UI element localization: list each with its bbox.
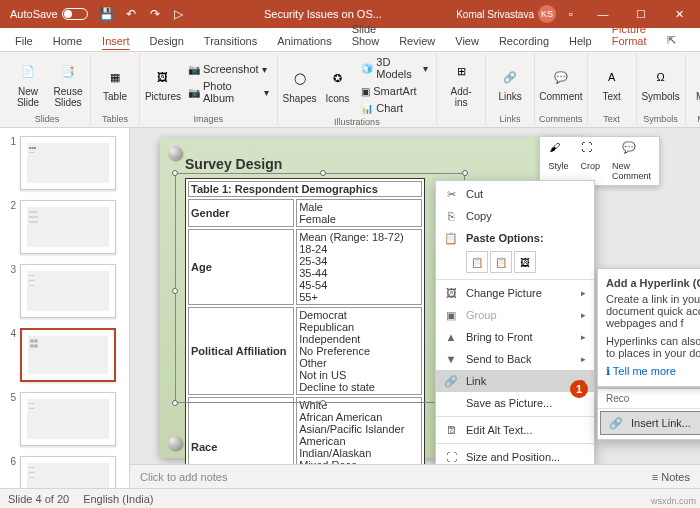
document-title: Security Issues on OS...	[190, 8, 456, 20]
group-addins: ⊞Add- ins	[437, 54, 486, 125]
submenu-header: Reco	[598, 391, 700, 406]
group-media: ▶Media Media	[686, 54, 700, 125]
slide-title: Survey Design	[185, 156, 465, 172]
tab-help[interactable]: Help	[560, 31, 601, 51]
photo-album-button[interactable]: 📷 Photo Album ▾	[184, 78, 273, 106]
cm-bring-front[interactable]: ▲Bring to Front▸	[436, 326, 594, 348]
send-back-icon: ▼	[444, 352, 458, 366]
alt-text-icon: 🖺	[444, 423, 458, 437]
new-slide-button[interactable]: 📄New Slide	[8, 55, 48, 113]
tab-recording[interactable]: Recording	[490, 31, 558, 51]
tab-home[interactable]: Home	[44, 31, 91, 51]
link-submenu: Reco 🔗Insert Link...	[597, 388, 700, 440]
crop-button[interactable]: ⛶Crop	[574, 139, 606, 183]
paste-option-1[interactable]: 📋	[466, 251, 488, 273]
tab-animations[interactable]: Animations	[268, 31, 340, 51]
ribbon: 📄New Slide 📑Reuse Slides Slides ▦Table T…	[0, 52, 700, 128]
mini-toolbar: 🖌Style ⛶Crop 💬New Comment	[539, 136, 660, 186]
context-menu: ✂Cut ⎘Copy 📋Paste Options: 📋 📋 🖼 🖼Change…	[435, 180, 595, 488]
media-button[interactable]: ▶Media	[690, 55, 700, 113]
comment-button[interactable]: 💬Comment	[541, 55, 581, 113]
group-symbols: ΩSymbols Symbols	[637, 54, 686, 125]
undo-icon[interactable]: ↶	[120, 3, 142, 25]
thumb-2[interactable]: ═════════	[20, 200, 116, 254]
group-tables: ▦Table Tables	[91, 54, 140, 125]
style-button[interactable]: 🖌Style	[542, 139, 574, 183]
cm-cut[interactable]: ✂Cut	[436, 183, 594, 205]
hyperlink-tooltip: Add a Hyperlink (Ctrl+K) Create a link i…	[597, 268, 700, 387]
thumb-6[interactable]: ──────	[20, 456, 116, 488]
cm-insert-link[interactable]: 🔗Insert Link...	[600, 411, 700, 435]
cm-group: ▣Group▸	[436, 304, 594, 326]
thumb-3[interactable]: ──────	[20, 264, 116, 318]
thumb-1[interactable]: ■■■──	[20, 136, 116, 190]
user-name: Komal Srivastava	[456, 9, 534, 20]
slide-counter[interactable]: Slide 4 of 20	[8, 493, 69, 505]
addins-button[interactable]: ⊞Add- ins	[441, 55, 481, 113]
thumb-4[interactable]: ▦▦▦▦	[20, 328, 116, 382]
group-slides: 📄New Slide 📑Reuse Slides Slides	[4, 54, 91, 125]
insert-link-icon: 🔗	[609, 416, 623, 430]
size-icon: ⛶	[444, 450, 458, 464]
symbols-button[interactable]: ΩSymbols	[641, 55, 681, 113]
tab-picture-format[interactable]: Picture Format	[603, 19, 656, 51]
status-bar: Slide 4 of 20 English (India)	[0, 488, 700, 508]
tab-file[interactable]: File	[6, 31, 42, 51]
start-from-beginning-icon[interactable]: ▷	[168, 3, 190, 25]
pictures-button[interactable]: 🖼Pictures	[144, 55, 182, 113]
slide-canvas[interactable]: Survey Design Table 1: Respondent Demogr…	[130, 128, 700, 488]
paste-option-2[interactable]: 📋	[490, 251, 512, 273]
reuse-slides-button[interactable]: 📑Reuse Slides	[50, 55, 86, 113]
cm-change-picture[interactable]: 🖼Change Picture▸	[436, 282, 594, 304]
comments-icon[interactable]: ☐	[691, 30, 700, 51]
tell-me-more-link[interactable]: ℹ Tell me more	[606, 365, 700, 378]
share-icon[interactable]: ⇱	[658, 30, 685, 51]
group-comments: 💬Comment Comments	[535, 54, 588, 125]
cm-save-as-picture[interactable]: Save as Picture...	[436, 392, 594, 414]
tab-slideshow[interactable]: Slide Show	[343, 19, 389, 51]
copy-icon: ⎘	[444, 209, 458, 223]
smartart-button[interactable]: ▣ SmartArt	[357, 83, 432, 99]
paste-options: 📋 📋 🖼	[436, 249, 594, 277]
autosave-toggle[interactable]: AutoSave	[4, 8, 94, 20]
ribbon-options-icon[interactable]: ▫	[560, 3, 582, 25]
bring-front-icon: ▲	[444, 330, 458, 344]
selection-handles[interactable]	[175, 173, 465, 403]
group-text: AText Text	[588, 54, 637, 125]
tab-review[interactable]: Review	[390, 31, 444, 51]
table-button[interactable]: ▦Table	[95, 55, 135, 113]
tab-view[interactable]: View	[446, 31, 488, 51]
cm-paste-options-header: 📋Paste Options:	[436, 227, 594, 249]
tab-transitions[interactable]: Transitions	[195, 31, 266, 51]
change-picture-icon: 🖼	[444, 286, 458, 300]
close-button[interactable]: ✕	[662, 0, 696, 28]
notes-placeholder[interactable]: Click to add notes	[140, 471, 227, 483]
redo-icon[interactable]: ↷	[144, 3, 166, 25]
link-icon: 🔗	[444, 374, 458, 388]
cm-copy[interactable]: ⎘Copy	[436, 205, 594, 227]
paste-icon: 📋	[444, 231, 458, 245]
group-links: 🔗Links Links	[486, 54, 535, 125]
notes-bar[interactable]: Click to add notes ≡ Notes	[130, 464, 700, 488]
cut-icon: ✂	[444, 187, 458, 201]
save-icon[interactable]: 💾	[96, 3, 118, 25]
links-button[interactable]: 🔗Links	[490, 55, 530, 113]
icons-button[interactable]: ✪Icons	[319, 56, 355, 114]
paste-option-3[interactable]: 🖼	[514, 251, 536, 273]
text-button[interactable]: AText	[592, 55, 632, 113]
tab-design[interactable]: Design	[141, 31, 193, 51]
screenshot-button[interactable]: 📷 Screenshot ▾	[184, 61, 273, 77]
language[interactable]: English (India)	[83, 493, 153, 505]
new-comment-button[interactable]: 💬New Comment	[606, 139, 657, 183]
cm-send-back[interactable]: ▼Send to Back▸	[436, 348, 594, 370]
group-illustrations: ◯Shapes ✪Icons 🧊 3D Models ▾ ▣ SmartArt …	[278, 54, 437, 125]
tab-insert[interactable]: Insert	[93, 31, 139, 51]
chart-button[interactable]: 📊 Chart	[357, 100, 432, 116]
workspace: 1■■■── 2═════════ 3────── 4▦▦▦▦ 5──── 6─…	[0, 128, 700, 488]
slide-thumbnails[interactable]: 1■■■── 2═════════ 3────── 4▦▦▦▦ 5──── 6─…	[0, 128, 130, 488]
shapes-button[interactable]: ◯Shapes	[282, 56, 318, 114]
cm-edit-alt-text[interactable]: 🖺Edit Alt Text...	[436, 419, 594, 441]
3d-models-button[interactable]: 🧊 3D Models ▾	[357, 54, 432, 82]
thumb-5[interactable]: ────	[20, 392, 116, 446]
user-avatar[interactable]: KS	[538, 5, 556, 23]
